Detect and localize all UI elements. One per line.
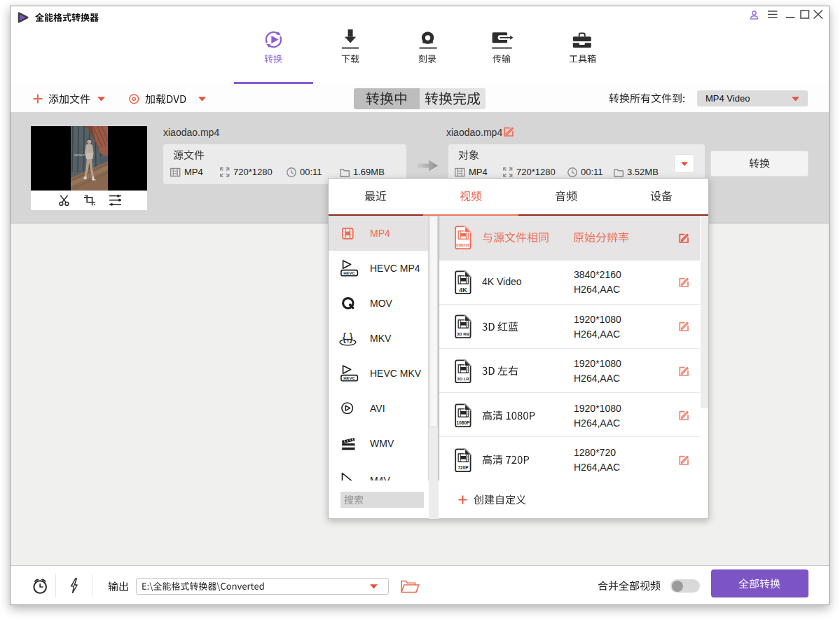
svg-text:1080P: 1080P — [457, 420, 470, 425]
svg-text:NKPH.PS: NKPH.PS — [74, 153, 87, 157]
svg-text:source: source — [456, 242, 470, 247]
svg-text:HEVC: HEVC — [343, 376, 355, 380]
svg-text:3D RB: 3D RB — [457, 332, 470, 336]
svg-text:4K: 4K — [459, 286, 467, 293]
svg-text:{,}: {,} — [343, 331, 354, 343]
svg-text:HEVC: HEVC — [343, 271, 355, 275]
svg-text:720P: 720P — [457, 464, 469, 469]
svg-text:3D LR: 3D LR — [457, 376, 469, 380]
